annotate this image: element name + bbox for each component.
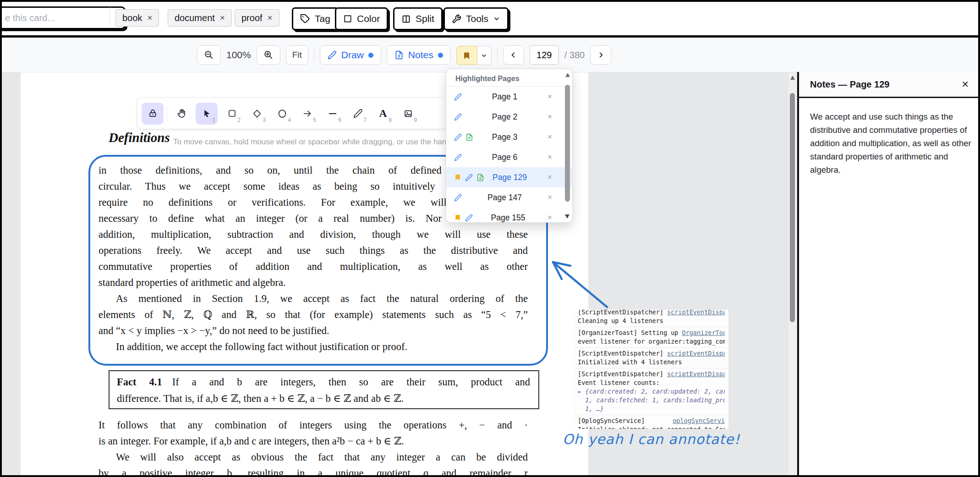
hand-tool-button[interactable] [170, 103, 192, 125]
text-tool-icon: A [379, 107, 387, 120]
close-icon[interactable]: ✕ [961, 79, 969, 90]
annotation-arrow[interactable] [531, 247, 632, 321]
scrollbar-up-arrow[interactable] [565, 73, 570, 77]
tag-chip-book[interactable]: book × [115, 9, 159, 27]
pencil-icon [353, 109, 363, 118]
draw-button-label: Draw [341, 49, 364, 60]
console-link[interactable]: scriptEventDispatche [667, 310, 725, 317]
bookmark-icon [454, 174, 461, 181]
dropdown-scrollbar[interactable] [564, 73, 570, 219]
draw-toggle-button[interactable]: Draw [320, 45, 381, 65]
toolbar-divider [109, 7, 110, 27]
tag-button[interactable]: Tag [292, 7, 339, 30]
tag-chip-proof[interactable]: proof × [235, 9, 279, 27]
dropdown-item-label: Page 129 [475, 173, 545, 182]
notes-toggle-button[interactable]: Notes [387, 45, 451, 65]
draw-tool-button[interactable]: 7 [347, 103, 369, 125]
bookmark-icon [462, 51, 471, 60]
remove-page-icon[interactable]: × [547, 213, 552, 222]
tag-chip-label: proof [241, 13, 263, 23]
console-screenshot: [ScriptEventDispatcher]scriptEventDispat… [574, 310, 728, 429]
arrow-tool-button[interactable]: 5 [296, 103, 318, 125]
zoom-out-icon [204, 50, 214, 60]
scrollbar-down-arrow[interactable] [565, 214, 569, 219]
notes-panel: Notes — Page 129 ✕ We accept and use suc… [797, 72, 980, 475]
remove-page-icon[interactable]: × [547, 112, 552, 121]
dropdown-item-page-6[interactable]: Page 6 × [446, 147, 572, 167]
console-object-preview: 1, cards:fetched: 1, cards:loading_progr… [578, 396, 725, 405]
document-text-line: It follows that any combination of integ… [99, 419, 528, 431]
diamond-tool-button[interactable]: 3 [246, 103, 268, 125]
color-button[interactable]: Color [335, 7, 388, 30]
console-link[interactable]: oplogSyncServi [673, 417, 725, 425]
document-text-line: operations freely. We accept and use suc… [99, 244, 528, 257]
image-tool-button[interactable]: 9 [397, 103, 419, 125]
dropdown-item-page-3[interactable]: Page 3 × [446, 127, 572, 147]
scrollbar-thumb[interactable] [790, 93, 795, 322]
dropdown-item-page-1[interactable]: Page 1 × [446, 87, 572, 107]
zoom-level: 100% [226, 49, 251, 60]
select-tool-button[interactable]: 1 [196, 103, 218, 125]
zoom-in-button[interactable] [257, 45, 280, 65]
bookmark-dropdown-toggle[interactable] [477, 46, 492, 65]
zoom-out-button[interactable] [197, 45, 221, 65]
console-link[interactable]: scriptEventDispatche [667, 370, 725, 378]
remove-tag-icon[interactable]: × [268, 13, 273, 23]
remove-page-icon[interactable]: × [547, 92, 552, 101]
dropdown-item-label: Page 6 [465, 153, 545, 162]
remove-page-icon[interactable]: × [547, 173, 552, 182]
color-button-label: Color [357, 13, 380, 24]
bookmark-button[interactable] [456, 46, 477, 65]
dropdown-item-page-2[interactable]: Page 2 × [446, 107, 572, 127]
document-text-line: As mentioned in Section 1.9, we accept a… [99, 292, 528, 305]
tool-key-label: 1 [212, 117, 215, 123]
dropdown-item-page-147[interactable]: Page 147 × [446, 187, 572, 208]
fit-button[interactable]: Fit [286, 45, 308, 65]
tag-chip-document[interactable]: document × [168, 9, 232, 27]
console-link[interactable]: scriptEventDispatche [667, 349, 725, 358]
remove-tag-icon[interactable]: × [220, 13, 225, 23]
toolbar-bottom-border [2, 35, 978, 38]
ellipse-tool-button[interactable]: 4 [271, 103, 293, 125]
rectangle-icon [227, 109, 237, 118]
scrollbar-thumb[interactable] [565, 85, 570, 202]
console-entry: [OrganizerToast] Setting upOrganizerToas… [574, 327, 728, 347]
fact-line: difference. That is, if a,b ∈ ℤ, then a … [117, 392, 530, 405]
bookmark-split-button[interactable] [456, 46, 492, 64]
dropdown-item-page-129[interactable]: Page 129 × [446, 167, 572, 187]
arrow-icon [302, 109, 312, 119]
lock-tool-button[interactable] [142, 103, 164, 125]
page-number-input[interactable] [530, 45, 559, 65]
line-tool-button[interactable]: 6 [322, 103, 344, 125]
handwritten-annotation[interactable]: Oh yeah I can annotate! [563, 431, 740, 447]
console-link[interactable]: OrganizerToast [682, 329, 725, 337]
split-icon [401, 14, 411, 24]
card-title-input[interactable] [0, 6, 126, 29]
page-total: / 380 [564, 50, 585, 60]
color-swatch-icon [343, 14, 352, 23]
tag-icon [300, 14, 310, 24]
highlighted-pages-dropdown: Highlighted Pages Page 1 × Page 2 × Page… [446, 69, 573, 223]
remove-tag-icon[interactable]: × [147, 13, 152, 23]
prev-page-button[interactable] [503, 45, 524, 65]
note-document-icon [394, 50, 404, 60]
dropdown-item-page-155[interactable]: Page 155 × [446, 208, 572, 223]
remove-page-icon[interactable]: × [547, 132, 552, 142]
tool-key-label: 4 [288, 117, 291, 123]
rectangle-tool-button[interactable]: 2 [221, 103, 243, 125]
console-object-preview[interactable]: ▸ {card:created: 2, card:updated: 2, car… [578, 387, 725, 396]
scrollbar-up-arrow[interactable] [790, 76, 795, 80]
remove-page-icon[interactable]: × [547, 153, 552, 162]
console-entry: [ScriptEventDispatcher]scriptEventDispat… [574, 368, 728, 415]
tag-button-label: Tag [315, 13, 330, 24]
tools-button[interactable]: Tools [443, 7, 509, 30]
remove-page-icon[interactable]: × [547, 193, 552, 202]
fact-text: If a and b are integers, then so are the… [162, 376, 530, 388]
console-entry: [ScriptEventDispatcher]scriptEventDispat… [574, 347, 728, 368]
toolbar-divider [497, 48, 498, 62]
notes-panel-body[interactable]: We accept and use such things as the dis… [799, 98, 980, 188]
next-page-button[interactable] [590, 45, 611, 65]
split-button[interactable]: Split [393, 7, 443, 30]
text-tool-button[interactable]: A 8 [372, 103, 394, 125]
notes-panel-title: Notes — Page 129 [810, 79, 889, 90]
